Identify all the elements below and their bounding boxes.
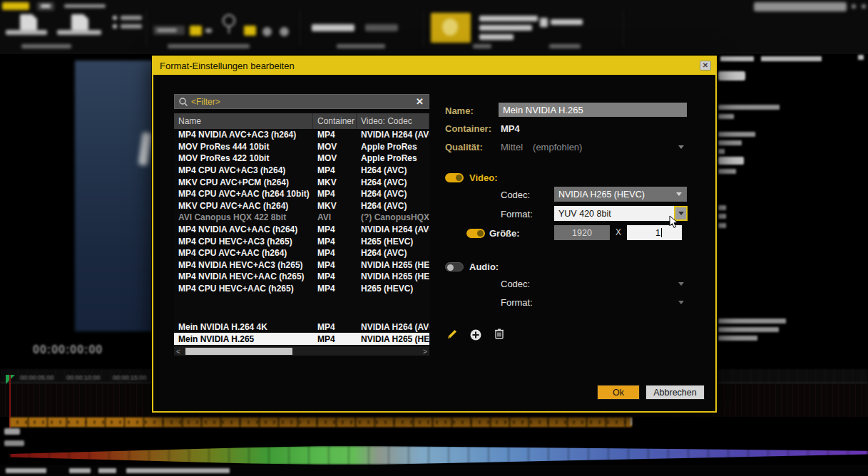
audio-waveform-track[interactable] (10, 446, 868, 465)
table-cell: MOV ProRes 444 10bit (174, 142, 313, 152)
panel-tab[interactable] (761, 56, 822, 61)
video-codec-dropdown[interactable]: NVIDIA H265 (HEVC) (554, 187, 687, 202)
table-row[interactable]: MOV ProRes 422 10bitMOVApple ProRes (174, 152, 429, 165)
import-media-icon[interactable] (71, 14, 88, 30)
panel-menu-icon[interactable] (858, 55, 864, 60)
ruler-label: 00:00:05:00 (20, 374, 54, 381)
table-row[interactable]: AVI Canopus HQX 422 8bitAVI(?) CanopusHQ… (174, 212, 429, 224)
table-row[interactable]: MP4 CPU AVC+AAC (h264)MP4H264 (AVC) (174, 247, 429, 259)
column-header-container[interactable]: Container (313, 113, 357, 129)
table-row[interactable]: MP4 NVIDIA AVC+AC3 (h264)MP4NVIDIA H264 … (174, 129, 429, 141)
delete-trash-icon[interactable] (493, 327, 506, 340)
table-cell: (?) CanopusHQX (357, 212, 429, 222)
toolbar-circle-button[interactable] (262, 27, 272, 36)
chevron-down-icon[interactable] (676, 192, 682, 196)
clear-filter-icon[interactable]: ✕ (416, 96, 424, 107)
table-cell: MP4 CPU HEVC+AC3 (h265) (174, 237, 313, 247)
ruler-label: 00:00:15:00 (113, 374, 147, 381)
video-format-dropdown[interactable]: YUV 420 8bit (554, 206, 674, 221)
search-icon (178, 97, 188, 107)
table-row[interactable]: MP4 CPU HEVC+AAC (h265)MP4H265 (HEVC) (174, 283, 429, 295)
table-row[interactable]: MP4 CPU HEVC+AC3 (h265)MP4H265 (HEVC) (174, 235, 429, 247)
table-cell: NVIDIA H265 (HEVC) (357, 260, 429, 270)
format-table-header[interactable]: Name Container Video: Codec (174, 113, 429, 129)
table-row[interactable]: Mein NVIDIA H.265MP4NVIDIA H265 (HEVC) (174, 333, 429, 345)
container-value: MP4 (501, 123, 520, 134)
size-toggle[interactable] (466, 229, 485, 238)
toolbar-toggle-icon[interactable] (113, 24, 117, 29)
panel-button[interactable] (718, 71, 745, 81)
quality-dropdown[interactable]: Mittel(empfohlen) (501, 142, 582, 152)
table-row[interactable]: MP4 NVIDIA AVC+AAC (h264)MP4NVIDIA H264 … (174, 224, 429, 236)
table-row[interactable]: MKV CPU AVC+AAC (h264)MKVH264 (AVC) (174, 200, 429, 212)
window-control-button[interactable] (842, 4, 846, 9)
color-swatch[interactable] (190, 26, 202, 36)
table-row[interactable]: MP4 NVIDIA HEVC+AAC (h265)MP4NVIDIA H265… (174, 271, 429, 283)
table-row[interactable]: MP4 CPU AVC+AAC (h264 10bit)MP4H264 (AVC… (174, 188, 429, 200)
audio-toggle[interactable] (445, 262, 464, 271)
window-control-button[interactable] (832, 4, 836, 9)
table-cell: MP4 (313, 237, 357, 247)
color-swatch[interactable] (244, 26, 256, 36)
table-row[interactable]: Mein NVIDIA H.264 4KMP4NVIDIA H264 (AVC) (174, 321, 429, 333)
table-row[interactable]: MOV ProRes 444 10bitMOVApple ProRes (174, 141, 429, 153)
table-row[interactable]: MP4 CPU AVC+AC3 (h264)MP4H264 (AVC) (174, 165, 429, 177)
effect-option-label[interactable] (479, 16, 538, 21)
panel-tab[interactable] (720, 56, 754, 61)
ok-button[interactable]: Ok (597, 385, 640, 400)
table-cell: MP4 (313, 165, 357, 175)
table-row[interactable]: MP4 NVIDIA HEVC+AC3 (h265)MP4NVIDIA H265… (174, 259, 429, 271)
track-fx-label[interactable] (4, 428, 20, 435)
display-icon[interactable] (540, 18, 548, 27)
scroll-left-arrow[interactable]: < (174, 346, 183, 356)
add-format-icon[interactable] (469, 328, 482, 341)
table-cell: NVIDIA H264 (AVC) (357, 322, 429, 332)
video-toggle[interactable] (445, 173, 464, 182)
table-cell: NVIDIA H265 (HEVC) (357, 271, 429, 281)
format-filter-input[interactable]: <Filter> ✕ (174, 94, 429, 109)
format-table: Name Container Video: Codec MP4 NVIDIA A… (174, 113, 429, 356)
audio-codec-dropdown-caret-icon[interactable] (678, 282, 684, 286)
table-cell: MP4 NVIDIA HEVC+AAC (h265) (174, 271, 313, 281)
ruler-label: 00:00:10:00 (66, 374, 101, 381)
column-header-name[interactable]: Name (174, 113, 313, 129)
table-cell: MP4 CPU AVC+AAC (h264) (174, 248, 313, 258)
dialog-titlebar[interactable]: Format-Einstellungen bearbeiten (153, 57, 715, 75)
audio-format-dropdown-caret-icon[interactable] (678, 301, 684, 304)
ribbon-group-label (337, 44, 385, 48)
toolbar-toggle-label (121, 16, 142, 20)
video-clip-track[interactable] (10, 417, 632, 428)
horizontal-scrollbar[interactable]: < > (174, 346, 429, 356)
toolbar-button-label[interactable] (365, 24, 398, 31)
ribbon-tab[interactable] (64, 4, 106, 8)
table-cell: MKV CPU AVC+PCM (h264) (174, 177, 313, 187)
table-cell: MP4 (313, 248, 357, 258)
column-header-codec[interactable]: Video: Codec (357, 113, 429, 129)
container-label: Container: (445, 123, 491, 134)
name-input[interactable]: Mein NVIDIA H.265 (499, 103, 687, 117)
window-control-button[interactable] (862, 4, 866, 9)
toolbar-button-label[interactable] (312, 24, 354, 31)
toolbar-label (205, 29, 212, 33)
table-row[interactable]: MKV CPU AVC+PCM (h264)MKVH264 (AVC) (174, 176, 429, 188)
ribbon-tab-label (41, 4, 51, 8)
table-cell: MP4 (313, 334, 357, 344)
toolbar-circle-button[interactable] (280, 27, 289, 36)
scroll-right-arrow[interactable]: > (421, 346, 429, 356)
size-width-input[interactable]: 1920 (554, 225, 610, 240)
lens-icon[interactable] (223, 14, 235, 27)
effect-option-label[interactable] (479, 34, 514, 40)
dialog-close-button[interactable]: ✕ (700, 61, 711, 71)
import-media-icon[interactable] (20, 14, 37, 30)
application-window: 00:00:00:00 00:00:05:0000:00:10:0000:00:… (0, 0, 868, 476)
cancel-button[interactable]: Abbrechen (645, 385, 705, 400)
video-codec-label: Codec: (501, 190, 530, 200)
file-menu-button[interactable] (2, 2, 29, 10)
scrollbar-thumb[interactable] (185, 348, 292, 355)
effect-option-label[interactable] (479, 25, 532, 31)
table-cell: MP4 (313, 271, 357, 281)
quality-dropdown-caret-icon[interactable] (678, 145, 684, 149)
window-control-button[interactable] (852, 4, 856, 9)
edit-pencil-icon[interactable] (446, 328, 459, 341)
toolbar-toggle-icon[interactable] (113, 16, 117, 20)
